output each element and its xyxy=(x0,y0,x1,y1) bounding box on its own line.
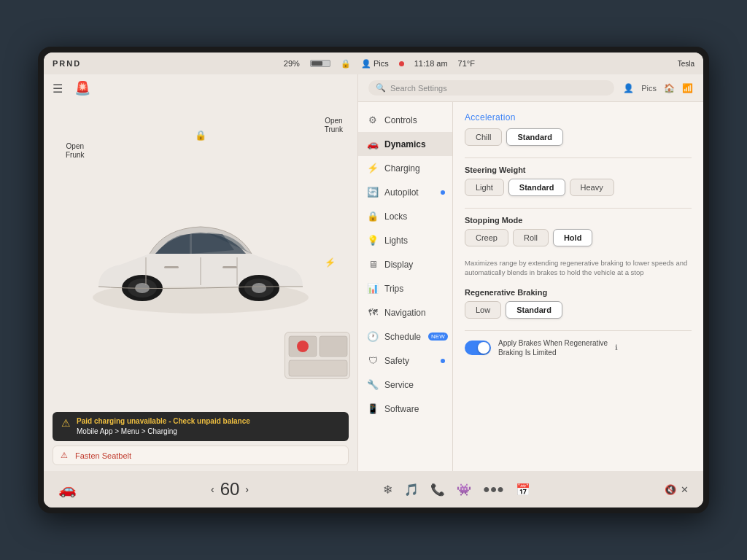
speed-value: 60 xyxy=(220,479,240,499)
nav-icon-software: 📱 xyxy=(367,403,379,414)
steering-title: Steering Weight xyxy=(465,166,692,174)
nav-item-display[interactable]: 🖥 Display xyxy=(358,252,452,276)
svg-rect-10 xyxy=(320,336,347,357)
apply-brakes-label: Apply Brakes When Regenerative Braking I… xyxy=(498,338,608,357)
main-area: ☰ 🚨 Open Frunk Open Trunk 🔒 ⚡ xyxy=(44,74,703,471)
open-frunk-label[interactable]: Open Frunk xyxy=(66,142,85,160)
search-placeholder: Search Settings xyxy=(390,84,447,93)
nav-item-safety[interactable]: 🛡 Safety xyxy=(358,349,452,373)
nav-item-service[interactable]: 🔧 Service xyxy=(358,373,452,397)
car-lock-icon: 🔒 xyxy=(195,130,206,141)
option-standard[interactable]: Standard xyxy=(506,301,562,319)
settings-area: ⚙ Controls 🚗 Dynamics ⚡ Charging 🔄 Autop… xyxy=(358,102,703,471)
option-hold[interactable]: Hold xyxy=(553,229,592,246)
apply-brakes-toggle[interactable] xyxy=(465,341,491,355)
temp-display: 71°F xyxy=(458,59,475,68)
nav-label-service: Service xyxy=(384,380,414,390)
nav-item-controls[interactable]: ⚙ Controls xyxy=(358,108,452,132)
nav-item-schedule[interactable]: 🕐 Schedule NEW xyxy=(358,324,452,349)
bottom-bar: 🚗 ‹ 60 › ❄ 🎵 📞 👾 ●●● 📅 🔇 ✕ xyxy=(44,471,703,508)
option-standard[interactable]: Standard xyxy=(508,179,565,196)
svg-point-11 xyxy=(297,341,309,352)
media-icon[interactable]: 👾 xyxy=(457,483,471,497)
search-icon: 🔍 xyxy=(376,83,386,93)
nav-label-dynamics: Dynamics xyxy=(384,139,426,149)
info-icon[interactable]: ℹ xyxy=(615,343,618,351)
speed-display: ‹ 60 › xyxy=(211,479,249,499)
nav-icon-lights: 💡 xyxy=(367,235,379,246)
nav-icon-navigation: 🗺 xyxy=(367,307,379,318)
option-light[interactable]: Light xyxy=(465,179,504,196)
nav-item-charging[interactable]: ⚡ Charging xyxy=(358,156,452,180)
steering-options: LightStandardHeavy xyxy=(465,179,692,196)
screen: PRND 29% 🔒 👤 Pics 11:18 am 71°F Tesla ☰ xyxy=(44,52,703,508)
nav-item-navigation[interactable]: 🗺 Navigation xyxy=(358,300,452,324)
car-bottom-icon: 🚗 xyxy=(58,481,77,498)
stopping-options: CreepRollHold xyxy=(465,229,692,246)
menu-icon[interactable]: ☰ xyxy=(53,82,63,96)
nav-icon-schedule: 🕐 xyxy=(367,331,379,342)
nav-item-lights[interactable]: 💡 Lights xyxy=(358,228,452,252)
nav-icon-locks: 🔒 xyxy=(367,211,379,222)
right-panel: 🔍 Search Settings 👤 Pics 🏠 📶 ⚙ xyxy=(357,74,703,471)
divider-1 xyxy=(465,158,692,158)
charge-port-icon: ⚡ xyxy=(325,257,336,268)
option-low[interactable]: Low xyxy=(465,301,501,319)
nav-label-software: Software xyxy=(384,404,419,414)
screen-bezel: PRND 29% 🔒 👤 Pics 11:18 am 71°F Tesla ☰ xyxy=(38,47,709,513)
nav-label-controls: Controls xyxy=(384,115,417,125)
nav-icon-display: 🖥 xyxy=(367,259,379,270)
nav-list: ⚙ Controls 🚗 Dynamics ⚡ Charging 🔄 Autop… xyxy=(358,102,453,471)
more-icon[interactable]: ●●● xyxy=(483,483,504,496)
nav-item-software[interactable]: 📱 Software xyxy=(358,397,452,421)
phone-icon[interactable]: 📞 xyxy=(430,483,445,497)
left-panel: ☰ 🚨 Open Frunk Open Trunk 🔒 ⚡ xyxy=(44,74,357,471)
option-creep[interactable]: Creep xyxy=(465,229,508,246)
profile-icon: 👤 xyxy=(623,83,634,93)
nav-label-charging: Charging xyxy=(384,163,420,174)
nav-label-schedule: Schedule xyxy=(384,332,421,342)
option-standard[interactable]: Standard xyxy=(506,128,563,146)
option-chill[interactable]: Chill xyxy=(465,128,502,146)
close-icon[interactable]: ✕ xyxy=(681,484,689,495)
music-icon[interactable]: 🎵 xyxy=(404,483,419,497)
nav-label-locks: Locks xyxy=(384,211,407,222)
open-trunk-label[interactable]: Open Trunk xyxy=(325,117,343,134)
mute-icon[interactable]: 🔇 xyxy=(665,484,676,495)
nav-badge-schedule: NEW xyxy=(428,332,448,341)
option-roll[interactable]: Roll xyxy=(513,229,549,246)
calendar-icon[interactable]: 📅 xyxy=(516,483,530,497)
nav-item-dynamics[interactable]: 🚗 Dynamics xyxy=(358,132,452,156)
acceleration-options: ChillStandard xyxy=(465,128,692,146)
nav-dot-autopilot xyxy=(441,190,445,195)
fan-icon[interactable]: ❄ xyxy=(383,483,392,497)
left-top-bar: ☰ 🚨 xyxy=(44,74,357,102)
nav-dot-safety xyxy=(441,359,445,363)
nav-label-lights: Lights xyxy=(384,236,408,246)
car-svg xyxy=(77,184,325,330)
charging-alert-banner: ⚠ Paid charging unavailable - Check unpa… xyxy=(53,412,349,441)
nav-label-autopilot: Autopilot xyxy=(384,187,419,198)
regen-title: Regenerative Braking xyxy=(465,288,692,297)
seatbelt-alert: ⚠ Fasten Seatbelt xyxy=(53,446,349,465)
nav-icon-service: 🔧 xyxy=(367,379,379,390)
svg-rect-1 xyxy=(164,266,179,268)
option-heavy[interactable]: Heavy xyxy=(570,179,614,196)
stopping-mode-title: Stopping Mode xyxy=(465,216,692,225)
divider-3 xyxy=(465,330,692,331)
nav-item-locks[interactable]: 🔒 Locks xyxy=(358,204,452,228)
stopping-desc: Maximizes range by extending regenerativ… xyxy=(465,258,692,278)
search-box[interactable]: 🔍 Search Settings xyxy=(368,80,614,96)
nav-label-trips: Trips xyxy=(384,284,403,294)
top-bar-icons: 👤 Pics 🏠 📶 xyxy=(623,83,693,93)
nav-item-autopilot[interactable]: 🔄 Autopilot xyxy=(358,180,452,204)
nav-label-safety: Safety xyxy=(384,356,409,366)
apply-brakes-row: Apply Brakes When Regenerative Braking I… xyxy=(465,338,692,357)
climate-svg xyxy=(285,332,351,380)
home-icon: 🏠 xyxy=(664,83,675,93)
chevron-left: ‹ xyxy=(211,483,214,495)
settings-top-bar: 🔍 Search Settings 👤 Pics 🏠 📶 xyxy=(358,74,703,102)
nav-item-trips[interactable]: 📊 Trips xyxy=(358,276,452,300)
climate-control-widget[interactable] xyxy=(285,332,350,379)
nav-label-navigation: Navigation xyxy=(384,308,426,318)
